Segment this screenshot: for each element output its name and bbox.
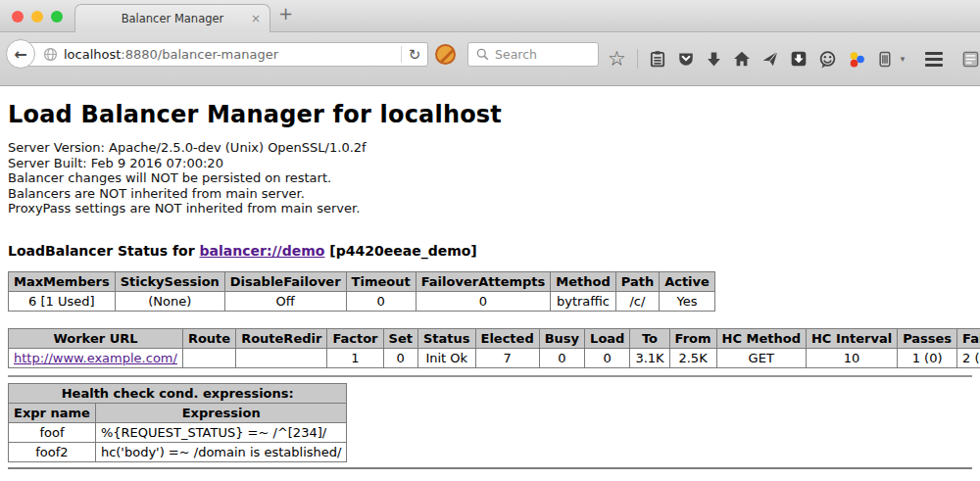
cell-maxmembers: 6 [1 Used] [9, 291, 116, 311]
browser-chrome: Balancer Manager × + ← localhost:8880/ba… [0, 0, 980, 86]
tab-close-icon[interactable]: × [251, 12, 261, 25]
search-icon [476, 48, 489, 61]
column-header: To [630, 328, 669, 348]
bottom-divider [8, 467, 972, 469]
page-title: Load Balancer Manager for localhost [8, 101, 972, 128]
column-header: RouteRedir [236, 328, 327, 348]
column-header: DisableFailover [224, 271, 346, 291]
cell-route [182, 348, 235, 367]
cell-passes: 1 (0) [898, 348, 957, 367]
downloads-arrow-icon[interactable] [706, 51, 722, 68]
column-header: Load [585, 328, 630, 348]
minimize-window-button[interactable] [31, 11, 43, 23]
cell-hc-interval: 10 [806, 348, 897, 367]
chevron-down-icon[interactable]: ▾ [901, 54, 906, 64]
column-header: Method [551, 271, 615, 291]
column-header: FailoverAttempts [416, 271, 551, 291]
cell-from: 2.5K [669, 348, 716, 367]
battery-icon[interactable] [877, 51, 894, 68]
cell-disablefailover: Off [224, 291, 346, 311]
menu-icon[interactable] [925, 52, 943, 67]
url-path-text: :8880/balancer-manager [121, 47, 278, 62]
server-version-line: Server Version: Apache/2.5.0-dev (Unix) … [8, 140, 972, 156]
column-header: Busy [539, 328, 584, 348]
colored-dots-icon[interactable] [848, 50, 866, 69]
plugin-blocked-icon[interactable] [435, 44, 456, 65]
cell-expr-name: foof2 [9, 442, 96, 461]
search-input[interactable]: Search [467, 42, 599, 67]
new-tab-button[interactable]: + [278, 3, 293, 24]
column-header: HC Interval [806, 328, 897, 348]
titlebar: Balancer Manager × + [0, 0, 980, 32]
send-plane-icon[interactable] [761, 50, 779, 68]
cell-method: bytraffic [551, 291, 615, 311]
column-header: Set [383, 328, 417, 348]
url-host-text: localhost [64, 47, 121, 62]
cell-failoverattempts: 0 [416, 291, 551, 311]
column-header: Worker URL [9, 328, 183, 348]
cell-expression: hc('body') =~ /domain is established/ [95, 442, 347, 461]
server-built-line: Server Built: Feb 9 2016 07:00:20 [8, 156, 972, 171]
page-content: Load Balancer Manager for localhost Serv… [0, 101, 980, 469]
inherit-notice-line: Balancers are NOT inherited from main se… [8, 186, 972, 202]
table-row: foof %{REQUEST_STATUS} =~ /^[234]/ [9, 422, 347, 442]
cell-path: /c/ [615, 291, 659, 311]
pocket-icon[interactable] [677, 50, 695, 68]
zoom-window-button[interactable] [51, 11, 63, 23]
navigation-toolbar: ← localhost:8880/balancer-manager ↻ [0, 32, 980, 86]
cell-busy: 0 [539, 348, 584, 367]
worker-table: Worker URL Route RouteRedir Factor Set S… [8, 328, 980, 368]
table-row: 6 [1 Used] (None) Off 0 0 bytraffic /c/ … [9, 291, 715, 311]
window-controls [12, 11, 63, 23]
cell-active: Yes [660, 291, 715, 311]
cell-expression: %{REQUEST_STATUS} =~ /^[234]/ [95, 422, 347, 442]
cell-expr-name: foof [9, 422, 96, 442]
table-row: foof2 hc('body') =~ /domain is establish… [9, 442, 347, 461]
balancer-demo-link[interactable]: balancer://demo [200, 243, 325, 259]
cell-stickysession: (None) [115, 291, 224, 311]
chat-smiley-icon[interactable] [818, 50, 837, 69]
worker-url-link[interactable]: http://www.example.com/ [14, 351, 177, 365]
server-info: Server Version: Apache/2.5.0-dev (Unix) … [8, 140, 972, 216]
download-helper-icon[interactable] [790, 50, 808, 68]
bookmark-star-icon[interactable]: ☆ [608, 49, 626, 69]
cell-routeredir [236, 348, 327, 367]
globe-icon [43, 47, 58, 62]
column-header: HC Method [716, 328, 806, 348]
health-table-title: Health check cond. expressions: [9, 383, 347, 403]
column-header: From [669, 328, 716, 348]
column-header: Path [615, 271, 659, 291]
bookmarks-list-icon[interactable] [649, 50, 666, 68]
balancer-summary-table: MaxMembers StickySession DisableFailover… [8, 271, 715, 312]
status-prefix: LoadBalancer Status for [8, 243, 200, 259]
reload-icon[interactable]: ↻ [402, 46, 427, 64]
column-header: Elected [475, 328, 539, 348]
proxypass-notice-line: ProxyPass settings are NOT inherited fro… [8, 201, 972, 216]
close-window-button[interactable] [12, 11, 24, 23]
column-header: Active [660, 271, 715, 291]
loadbalancer-status-heading: LoadBalancer Status for balancer://demo … [8, 243, 972, 259]
cell-timeout: 0 [346, 291, 416, 311]
home-icon[interactable] [733, 50, 751, 68]
health-check-table: Health check cond. expressions: Expr nam… [8, 383, 347, 462]
column-header: MaxMembers [9, 271, 116, 291]
back-button[interactable]: ← [6, 39, 35, 69]
page-thumbnail-icon[interactable] [961, 50, 980, 69]
column-header: Factor [327, 328, 383, 348]
column-header: StickySession [115, 271, 224, 291]
column-header: Expr name [9, 403, 96, 422]
url-bar[interactable]: localhost:8880/balancer-manager ↻ [21, 42, 428, 67]
cell-hc-method: GET [716, 348, 806, 367]
cell-status: Init Ok [417, 348, 475, 367]
column-header: Expression [95, 403, 347, 422]
column-header: Fails [957, 328, 980, 348]
column-header: Status [417, 328, 475, 348]
table-row: http://www.example.com/ 1 0 Init Ok 7 0 … [9, 348, 980, 367]
tab-balancer-manager[interactable]: Balancer Manager × [74, 4, 270, 32]
column-header: Timeout [346, 271, 416, 291]
cell-elected: 7 [475, 348, 539, 367]
tab-title: Balancer Manager [122, 12, 224, 25]
search-placeholder: Search [495, 47, 537, 62]
column-header: Passes [898, 328, 957, 348]
toolbar-separator [637, 49, 638, 69]
